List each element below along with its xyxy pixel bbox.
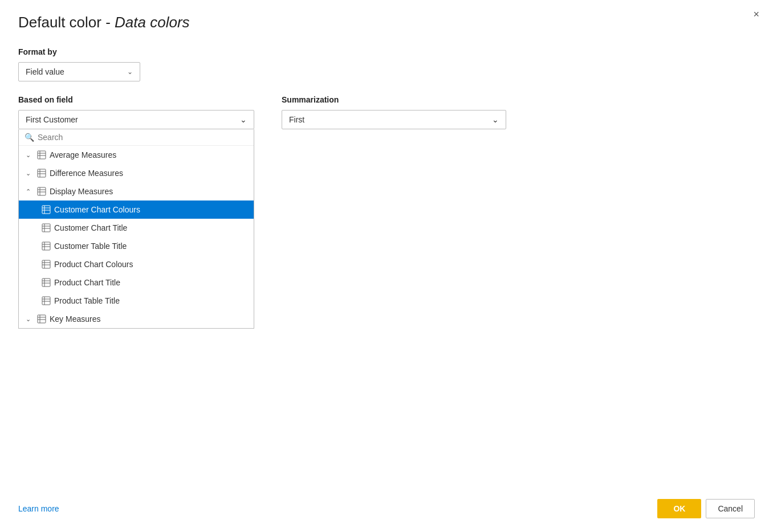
summarization-label: Summarization	[282, 95, 506, 104]
item-customer-chart-colours[interactable]: Customer Chart Colours	[19, 200, 254, 219]
field-chevron-icon: ⌄	[240, 115, 247, 124]
table-icon	[42, 296, 51, 305]
field-select-trigger[interactable]: First Customer ⌄	[18, 110, 254, 129]
format-by-label: Format by	[18, 47, 755, 56]
table-icon	[42, 205, 51, 214]
table-icon	[37, 314, 46, 324]
summarization-select[interactable]: First ⌄	[282, 110, 506, 129]
table-icon	[42, 260, 51, 269]
dialog-title: Default color - Data colors	[18, 14, 755, 31]
group-label-difference-measures: Difference Measures	[50, 169, 123, 178]
table-icon	[37, 187, 46, 196]
search-input[interactable]	[38, 133, 248, 142]
format-by-section: Format by Field value ⌄	[18, 47, 755, 81]
format-by-chevron-icon: ⌄	[127, 68, 133, 76]
item-customer-table-title[interactable]: Customer Table Title	[19, 237, 254, 255]
group-label-average-measures: Average Measures	[50, 150, 116, 159]
item-label-customer-table-title: Customer Table Title	[54, 242, 127, 251]
chevron-down-icon: ⌄	[26, 316, 34, 323]
chevron-down-icon: ⌄	[26, 170, 34, 177]
format-by-value: Field value	[26, 67, 64, 76]
chevron-up-icon: ⌃	[26, 188, 34, 195]
item-label-customer-chart-colours: Customer Chart Colours	[54, 205, 140, 214]
based-on-field-dropdown: First Customer ⌄ 🔍 ⌄	[18, 110, 254, 129]
search-icon: 🔍	[25, 133, 34, 142]
svg-rect-28	[42, 279, 50, 287]
svg-rect-20	[42, 242, 50, 250]
svg-rect-16	[42, 224, 50, 232]
cancel-button[interactable]: Cancel	[706, 499, 755, 518]
summarization-section: Summarization First ⌄	[282, 95, 506, 129]
item-product-chart-colours[interactable]: Product Chart Colours	[19, 255, 254, 273]
footer-buttons: OK Cancel	[657, 499, 755, 518]
table-icon	[42, 223, 51, 232]
svg-rect-36	[38, 315, 46, 323]
table-icon	[42, 242, 51, 251]
table-icon	[42, 278, 51, 287]
svg-rect-12	[42, 206, 50, 214]
group-row-display-measures[interactable]: ⌃ Display Measures	[19, 182, 254, 200]
svg-rect-8	[38, 187, 46, 195]
ok-button[interactable]: OK	[657, 499, 701, 518]
svg-rect-32	[42, 297, 50, 305]
group-row-difference-measures[interactable]: ⌄ Difference Measures	[19, 164, 254, 182]
item-product-table-title[interactable]: Product Table Title	[19, 292, 254, 310]
table-icon	[37, 169, 46, 178]
item-product-chart-title[interactable]: Product Chart Title	[19, 273, 254, 292]
close-button[interactable]: ×	[748, 7, 764, 22]
dialog-container: × Default color - Data colors Format by …	[0, 0, 773, 532]
based-and-sum-row: Based on field First Customer ⌄ 🔍 ⌄	[18, 95, 755, 129]
group-row-key-measures[interactable]: ⌄ Key Measures	[19, 310, 254, 328]
learn-more-link[interactable]: Learn more	[18, 504, 59, 513]
format-by-select[interactable]: Field value ⌄	[18, 62, 140, 81]
dialog-footer: Learn more OK Cancel	[18, 499, 755, 518]
field-dropdown-panel: 🔍 ⌄	[18, 129, 254, 329]
title-italic: Data colors	[115, 14, 190, 31]
svg-rect-24	[42, 260, 50, 268]
svg-rect-0	[38, 151, 46, 159]
group-label-display-measures: Display Measures	[50, 187, 113, 196]
group-row-average-measures[interactable]: ⌄ Average Measures	[19, 146, 254, 164]
search-row: 🔍	[19, 129, 254, 146]
table-icon	[37, 150, 46, 159]
item-customer-chart-title[interactable]: Customer Chart Title	[19, 219, 254, 237]
group-label-key-measures: Key Measures	[50, 314, 100, 324]
item-label-product-chart-title: Product Chart Title	[54, 278, 120, 287]
field-current-value: First Customer	[26, 115, 78, 124]
svg-rect-4	[38, 169, 46, 177]
title-static: Default color -	[18, 14, 115, 31]
item-label-product-table-title: Product Table Title	[54, 296, 120, 305]
summarization-chevron-icon: ⌄	[492, 115, 499, 124]
item-label-customer-chart-title: Customer Chart Title	[54, 223, 127, 232]
based-on-field-section: Based on field First Customer ⌄ 🔍 ⌄	[18, 95, 254, 129]
summarization-value: First	[289, 115, 304, 124]
based-on-field-label: Based on field	[18, 95, 254, 104]
item-label-product-chart-colours: Product Chart Colours	[54, 260, 133, 269]
chevron-down-icon: ⌄	[26, 152, 34, 159]
